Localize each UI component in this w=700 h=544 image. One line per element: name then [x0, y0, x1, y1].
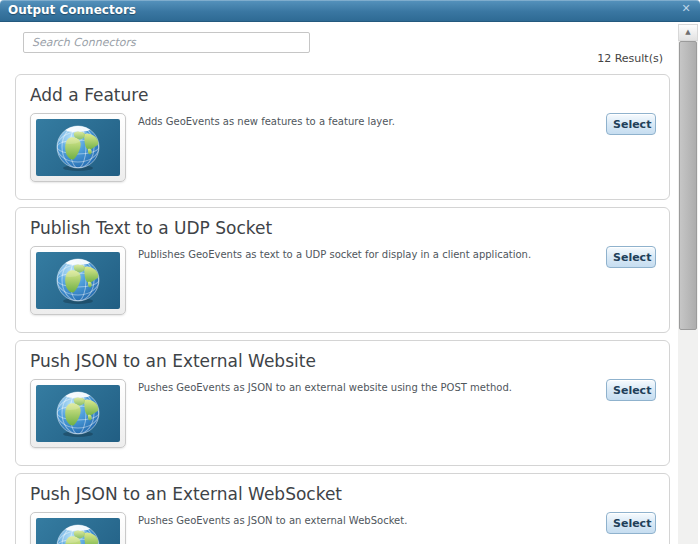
connector-thumbnail — [30, 246, 126, 315]
connector-card: Add a Feature — [15, 74, 670, 200]
connector-row: Pushes GeoEvents as JSON to an external … — [30, 512, 656, 544]
connector-row: Publishes GeoEvents as text to a UDP soc… — [30, 246, 656, 315]
up-arrow-icon: ▲ — [685, 28, 690, 36]
connector-row: Adds GeoEvents as new features to a feat… — [30, 113, 656, 182]
globe-icon — [36, 252, 120, 309]
scrollbar[interactable]: ▲ — [678, 24, 698, 544]
search-input[interactable] — [23, 32, 310, 53]
globe-icon — [36, 385, 120, 442]
select-button[interactable]: Select — [606, 512, 656, 534]
connector-title: Push JSON to an External Website — [30, 351, 656, 371]
close-icon[interactable]: ✕ — [679, 2, 693, 16]
globe-icon — [36, 518, 120, 544]
connector-description: Pushes GeoEvents as JSON to an external … — [138, 381, 594, 396]
select-button[interactable]: Select — [606, 246, 656, 268]
globe-icon — [36, 119, 120, 176]
output-connectors-dialog: { "dialog": { "title": "Output Connector… — [0, 0, 700, 544]
connector-thumbnail — [30, 113, 126, 182]
connector-thumbnail — [30, 512, 126, 544]
select-button[interactable]: Select — [606, 113, 656, 135]
connector-description: Adds GeoEvents as new features to a feat… — [138, 115, 594, 130]
dialog-titlebar[interactable]: Output Connectors ✕ — [0, 0, 700, 22]
connector-title: Add a Feature — [30, 85, 656, 105]
scroll-up-button[interactable]: ▲ — [678, 24, 698, 41]
connector-list: Add a Feature — [15, 74, 670, 544]
dialog-title: Output Connectors — [8, 3, 136, 17]
connector-thumbnail — [30, 379, 126, 448]
connector-card: Push JSON to an External Website — [15, 340, 670, 466]
connector-description: Pushes GeoEvents as JSON to an external … — [138, 514, 594, 529]
connector-title: Publish Text to a UDP Socket — [30, 218, 656, 238]
connector-row: Pushes GeoEvents as JSON to an external … — [30, 379, 656, 448]
connector-description: Publishes GeoEvents as text to a UDP soc… — [138, 248, 594, 263]
connector-card: Publish Text to a UDP Socket — [15, 207, 670, 333]
connector-card: Push JSON to an External WebSocket — [15, 473, 670, 544]
connector-title: Push JSON to an External WebSocket — [30, 484, 656, 504]
scrollbar-thumb[interactable] — [679, 41, 697, 330]
results-count: 12 Result(s) — [597, 52, 663, 65]
select-button[interactable]: Select — [606, 379, 656, 401]
